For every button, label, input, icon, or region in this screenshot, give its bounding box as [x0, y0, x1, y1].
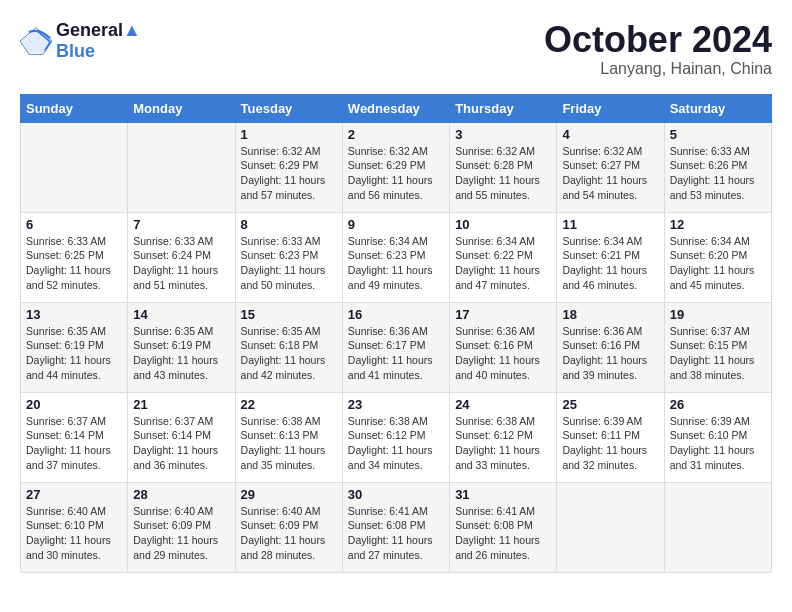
calendar-cell: 16Sunrise: 6:36 AMSunset: 6:17 PMDayligh… [342, 302, 449, 392]
day-info: Sunrise: 6:34 AMSunset: 6:20 PMDaylight:… [670, 234, 766, 293]
calendar-week-row: 6Sunrise: 6:33 AMSunset: 6:25 PMDaylight… [21, 212, 772, 302]
calendar-cell: 14Sunrise: 6:35 AMSunset: 6:19 PMDayligh… [128, 302, 235, 392]
calendar-cell: 28Sunrise: 6:40 AMSunset: 6:09 PMDayligh… [128, 482, 235, 572]
calendar-cell: 7Sunrise: 6:33 AMSunset: 6:24 PMDaylight… [128, 212, 235, 302]
calendar-cell: 18Sunrise: 6:36 AMSunset: 6:16 PMDayligh… [557, 302, 664, 392]
day-of-week-header: Friday [557, 94, 664, 122]
page-header: General▲ Blue October 2024 Lanyang, Hain… [20, 20, 772, 78]
day-info: Sunrise: 6:40 AMSunset: 6:09 PMDaylight:… [133, 504, 229, 563]
day-info: Sunrise: 6:36 AMSunset: 6:17 PMDaylight:… [348, 324, 444, 383]
calendar-body: 1Sunrise: 6:32 AMSunset: 6:29 PMDaylight… [21, 122, 772, 572]
day-info: Sunrise: 6:32 AMSunset: 6:28 PMDaylight:… [455, 144, 551, 203]
calendar-cell: 23Sunrise: 6:38 AMSunset: 6:12 PMDayligh… [342, 392, 449, 482]
day-of-week-header: Thursday [450, 94, 557, 122]
day-number: 17 [455, 307, 551, 322]
day-number: 15 [241, 307, 337, 322]
calendar-cell: 2Sunrise: 6:32 AMSunset: 6:29 PMDaylight… [342, 122, 449, 212]
day-info: Sunrise: 6:37 AMSunset: 6:15 PMDaylight:… [670, 324, 766, 383]
day-info: Sunrise: 6:38 AMSunset: 6:12 PMDaylight:… [455, 414, 551, 473]
day-number: 28 [133, 487, 229, 502]
day-info: Sunrise: 6:39 AMSunset: 6:10 PMDaylight:… [670, 414, 766, 473]
calendar-cell: 13Sunrise: 6:35 AMSunset: 6:19 PMDayligh… [21, 302, 128, 392]
calendar-cell: 24Sunrise: 6:38 AMSunset: 6:12 PMDayligh… [450, 392, 557, 482]
title-block: October 2024 Lanyang, Hainan, China [544, 20, 772, 78]
day-info: Sunrise: 6:32 AMSunset: 6:27 PMDaylight:… [562, 144, 658, 203]
day-info: Sunrise: 6:32 AMSunset: 6:29 PMDaylight:… [348, 144, 444, 203]
day-number: 18 [562, 307, 658, 322]
day-number: 8 [241, 217, 337, 232]
calendar-cell: 10Sunrise: 6:34 AMSunset: 6:22 PMDayligh… [450, 212, 557, 302]
day-of-week-header: Wednesday [342, 94, 449, 122]
day-info: Sunrise: 6:40 AMSunset: 6:10 PMDaylight:… [26, 504, 122, 563]
day-info: Sunrise: 6:37 AMSunset: 6:14 PMDaylight:… [26, 414, 122, 473]
day-info: Sunrise: 6:36 AMSunset: 6:16 PMDaylight:… [455, 324, 551, 383]
calendar-table: SundayMondayTuesdayWednesdayThursdayFrid… [20, 94, 772, 573]
calendar-cell: 22Sunrise: 6:38 AMSunset: 6:13 PMDayligh… [235, 392, 342, 482]
calendar-cell: 3Sunrise: 6:32 AMSunset: 6:28 PMDaylight… [450, 122, 557, 212]
day-number: 29 [241, 487, 337, 502]
day-number: 26 [670, 397, 766, 412]
day-number: 19 [670, 307, 766, 322]
day-info: Sunrise: 6:37 AMSunset: 6:14 PMDaylight:… [133, 414, 229, 473]
calendar-week-row: 20Sunrise: 6:37 AMSunset: 6:14 PMDayligh… [21, 392, 772, 482]
day-number: 9 [348, 217, 444, 232]
calendar-cell [128, 122, 235, 212]
day-number: 14 [133, 307, 229, 322]
calendar-cell: 25Sunrise: 6:39 AMSunset: 6:11 PMDayligh… [557, 392, 664, 482]
calendar-cell: 11Sunrise: 6:34 AMSunset: 6:21 PMDayligh… [557, 212, 664, 302]
calendar-cell [557, 482, 664, 572]
calendar-cell: 21Sunrise: 6:37 AMSunset: 6:14 PMDayligh… [128, 392, 235, 482]
day-number: 27 [26, 487, 122, 502]
day-number: 22 [241, 397, 337, 412]
day-info: Sunrise: 6:38 AMSunset: 6:12 PMDaylight:… [348, 414, 444, 473]
day-number: 21 [133, 397, 229, 412]
day-of-week-header: Monday [128, 94, 235, 122]
day-info: Sunrise: 6:41 AMSunset: 6:08 PMDaylight:… [348, 504, 444, 563]
calendar-cell: 19Sunrise: 6:37 AMSunset: 6:15 PMDayligh… [664, 302, 771, 392]
calendar-cell: 29Sunrise: 6:40 AMSunset: 6:09 PMDayligh… [235, 482, 342, 572]
day-number: 1 [241, 127, 337, 142]
calendar-cell: 8Sunrise: 6:33 AMSunset: 6:23 PMDaylight… [235, 212, 342, 302]
day-number: 24 [455, 397, 551, 412]
day-info: Sunrise: 6:40 AMSunset: 6:09 PMDaylight:… [241, 504, 337, 563]
calendar-header-row: SundayMondayTuesdayWednesdayThursdayFrid… [21, 94, 772, 122]
day-info: Sunrise: 6:41 AMSunset: 6:08 PMDaylight:… [455, 504, 551, 563]
day-of-week-header: Saturday [664, 94, 771, 122]
calendar-cell: 4Sunrise: 6:32 AMSunset: 6:27 PMDaylight… [557, 122, 664, 212]
calendar-cell: 20Sunrise: 6:37 AMSunset: 6:14 PMDayligh… [21, 392, 128, 482]
day-number: 20 [26, 397, 122, 412]
day-number: 16 [348, 307, 444, 322]
day-info: Sunrise: 6:33 AMSunset: 6:24 PMDaylight:… [133, 234, 229, 293]
day-info: Sunrise: 6:33 AMSunset: 6:26 PMDaylight:… [670, 144, 766, 203]
day-number: 6 [26, 217, 122, 232]
day-number: 4 [562, 127, 658, 142]
calendar-cell: 1Sunrise: 6:32 AMSunset: 6:29 PMDaylight… [235, 122, 342, 212]
day-number: 11 [562, 217, 658, 232]
day-number: 23 [348, 397, 444, 412]
day-info: Sunrise: 6:35 AMSunset: 6:19 PMDaylight:… [26, 324, 122, 383]
day-of-week-header: Tuesday [235, 94, 342, 122]
day-number: 12 [670, 217, 766, 232]
calendar-cell: 31Sunrise: 6:41 AMSunset: 6:08 PMDayligh… [450, 482, 557, 572]
day-number: 25 [562, 397, 658, 412]
calendar-cell [664, 482, 771, 572]
day-info: Sunrise: 6:34 AMSunset: 6:23 PMDaylight:… [348, 234, 444, 293]
day-info: Sunrise: 6:35 AMSunset: 6:18 PMDaylight:… [241, 324, 337, 383]
calendar-cell: 26Sunrise: 6:39 AMSunset: 6:10 PMDayligh… [664, 392, 771, 482]
logo: General▲ Blue [20, 20, 141, 62]
calendar-week-row: 1Sunrise: 6:32 AMSunset: 6:29 PMDaylight… [21, 122, 772, 212]
day-info: Sunrise: 6:34 AMSunset: 6:21 PMDaylight:… [562, 234, 658, 293]
calendar-cell: 5Sunrise: 6:33 AMSunset: 6:26 PMDaylight… [664, 122, 771, 212]
month-title: October 2024 [544, 20, 772, 60]
calendar-cell: 15Sunrise: 6:35 AMSunset: 6:18 PMDayligh… [235, 302, 342, 392]
day-info: Sunrise: 6:36 AMSunset: 6:16 PMDaylight:… [562, 324, 658, 383]
day-info: Sunrise: 6:35 AMSunset: 6:19 PMDaylight:… [133, 324, 229, 383]
calendar-cell: 6Sunrise: 6:33 AMSunset: 6:25 PMDaylight… [21, 212, 128, 302]
calendar-cell: 27Sunrise: 6:40 AMSunset: 6:10 PMDayligh… [21, 482, 128, 572]
calendar-week-row: 13Sunrise: 6:35 AMSunset: 6:19 PMDayligh… [21, 302, 772, 392]
calendar-cell [21, 122, 128, 212]
calendar-cell: 30Sunrise: 6:41 AMSunset: 6:08 PMDayligh… [342, 482, 449, 572]
day-number: 3 [455, 127, 551, 142]
calendar-cell: 9Sunrise: 6:34 AMSunset: 6:23 PMDaylight… [342, 212, 449, 302]
day-number: 5 [670, 127, 766, 142]
